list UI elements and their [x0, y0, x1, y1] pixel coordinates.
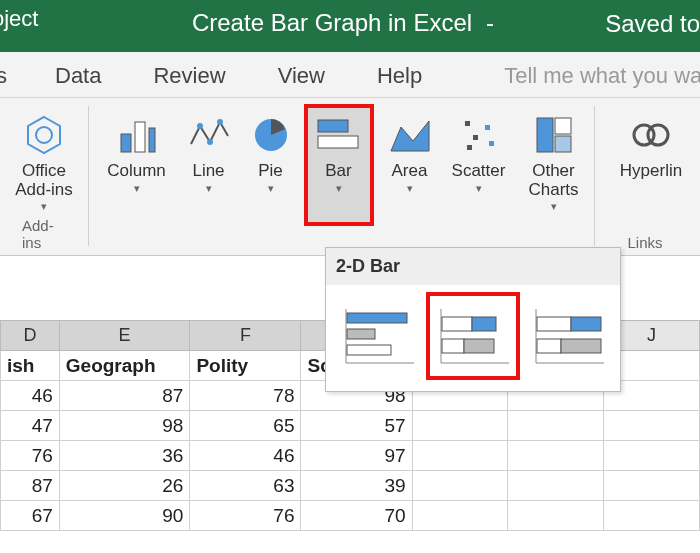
- group-charts: Column ▾ Line ▾: [89, 98, 594, 255]
- chevron-down-icon: ▾: [407, 182, 413, 194]
- scatter-chart-icon: [459, 110, 499, 160]
- cell[interactable]: 76: [1, 441, 60, 471]
- hyperlink-icon: [629, 110, 673, 160]
- table-row[interactable]: 67 90 76 70: [1, 501, 700, 531]
- tell-me-search[interactable]: Tell me what you wa: [504, 63, 700, 89]
- svg-marker-11: [391, 121, 429, 151]
- chevron-down-icon: ▾: [206, 182, 212, 194]
- cell[interactable]: 70: [301, 501, 412, 531]
- svg-rect-25: [347, 329, 375, 339]
- cell[interactable]: 76: [190, 501, 301, 531]
- svg-rect-14: [473, 135, 478, 140]
- svg-point-6: [207, 139, 213, 145]
- cell[interactable]: 97: [301, 441, 412, 471]
- svg-rect-24: [347, 313, 407, 323]
- tab-help[interactable]: Help: [377, 57, 442, 89]
- tab-view[interactable]: View: [278, 57, 345, 89]
- cell[interactable]: 67: [1, 501, 60, 531]
- title-bar: oject Create Bar Graph in Excel- Saved t…: [0, 0, 700, 52]
- cell[interactable]: 87: [59, 381, 190, 411]
- group-label-links: Links: [627, 234, 662, 251]
- svg-rect-2: [121, 134, 131, 152]
- cell[interactable]: Polity: [190, 351, 301, 381]
- addins-icon: [22, 110, 66, 160]
- chart-scatter-button[interactable]: Scatter ▾: [448, 106, 510, 224]
- cell[interactable]: 87: [1, 471, 60, 501]
- cell[interactable]: [508, 441, 604, 471]
- chevron-down-icon: ▾: [134, 182, 140, 194]
- bar-chart-gallery: 2-D Bar: [325, 247, 621, 392]
- cell[interactable]: [604, 471, 700, 501]
- clustered-bar-option[interactable]: [334, 295, 421, 377]
- svg-rect-19: [555, 136, 571, 152]
- table-row[interactable]: 87 26 63 39: [1, 471, 700, 501]
- svg-rect-38: [561, 339, 601, 353]
- chevron-down-icon: ▾: [41, 200, 47, 212]
- cell[interactable]: [508, 411, 604, 441]
- svg-rect-17: [537, 118, 553, 152]
- stacked-bar-100-option[interactable]: [525, 295, 612, 377]
- cell[interactable]: 36: [59, 441, 190, 471]
- svg-point-1: [36, 127, 52, 143]
- svg-marker-0: [28, 117, 60, 153]
- cell[interactable]: 39: [301, 471, 412, 501]
- cell[interactable]: 65: [190, 411, 301, 441]
- area-chart-icon: [389, 110, 431, 160]
- chevron-down-icon: ▾: [268, 182, 274, 194]
- table-row[interactable]: 47 98 65 57: [1, 411, 700, 441]
- cell[interactable]: 46: [190, 441, 301, 471]
- chevron-down-icon: ▾: [551, 200, 557, 212]
- cell[interactable]: [412, 441, 508, 471]
- colhdr-e[interactable]: E: [59, 321, 190, 351]
- cell[interactable]: [604, 501, 700, 531]
- chart-column-button[interactable]: Column ▾: [102, 106, 172, 224]
- chevron-down-icon: ▾: [336, 182, 342, 194]
- cell[interactable]: [412, 411, 508, 441]
- svg-rect-31: [442, 339, 464, 353]
- chart-line-button[interactable]: Line ▾: [182, 106, 236, 224]
- hyperlink-button[interactable]: Hyperlin: [611, 106, 691, 183]
- cell[interactable]: 98: [59, 411, 190, 441]
- stacked-bar-option[interactable]: [429, 295, 516, 377]
- svg-rect-12: [465, 121, 470, 126]
- cell[interactable]: [412, 501, 508, 531]
- cell[interactable]: [604, 441, 700, 471]
- pie-chart-icon: [251, 110, 291, 160]
- svg-rect-18: [555, 118, 571, 134]
- tab-review[interactable]: Review: [153, 57, 245, 89]
- svg-rect-30: [472, 317, 496, 331]
- chart-bar-button[interactable]: Bar ▾: [306, 106, 372, 224]
- tab-data[interactable]: Data: [55, 57, 121, 89]
- chart-pie-button[interactable]: Pie ▾: [246, 106, 296, 224]
- cell[interactable]: ish: [1, 351, 60, 381]
- cell[interactable]: 46: [1, 381, 60, 411]
- quickaccess-fragment: oject: [0, 6, 38, 32]
- cell[interactable]: 26: [59, 471, 190, 501]
- cell[interactable]: [412, 471, 508, 501]
- svg-point-7: [217, 119, 223, 125]
- group-addins: Office Add-ins ▾ Add-ins: [0, 98, 88, 255]
- cell[interactable]: 57: [301, 411, 412, 441]
- svg-point-21: [648, 125, 668, 145]
- cell[interactable]: Geograph: [59, 351, 190, 381]
- cell[interactable]: [508, 501, 604, 531]
- cell[interactable]: [508, 471, 604, 501]
- cell[interactable]: 47: [1, 411, 60, 441]
- tab-fragment[interactable]: s: [0, 57, 27, 89]
- svg-rect-37: [537, 339, 561, 353]
- chart-area-button[interactable]: Area ▾: [382, 106, 438, 224]
- cell[interactable]: 63: [190, 471, 301, 501]
- svg-rect-29: [442, 317, 472, 331]
- cell[interactable]: 78: [190, 381, 301, 411]
- chart-other-button[interactable]: Other Charts ▾: [520, 106, 588, 224]
- table-row[interactable]: 76 36 46 97: [1, 441, 700, 471]
- svg-rect-35: [537, 317, 571, 331]
- colhdr-d[interactable]: D: [1, 321, 60, 351]
- svg-rect-26: [347, 345, 391, 355]
- svg-point-5: [197, 123, 203, 129]
- colhdr-f[interactable]: F: [190, 321, 301, 351]
- cell[interactable]: 90: [59, 501, 190, 531]
- cell[interactable]: [604, 411, 700, 441]
- office-addins-button[interactable]: Office Add-ins ▾: [2, 106, 86, 214]
- bar-chart-icon: [316, 110, 362, 160]
